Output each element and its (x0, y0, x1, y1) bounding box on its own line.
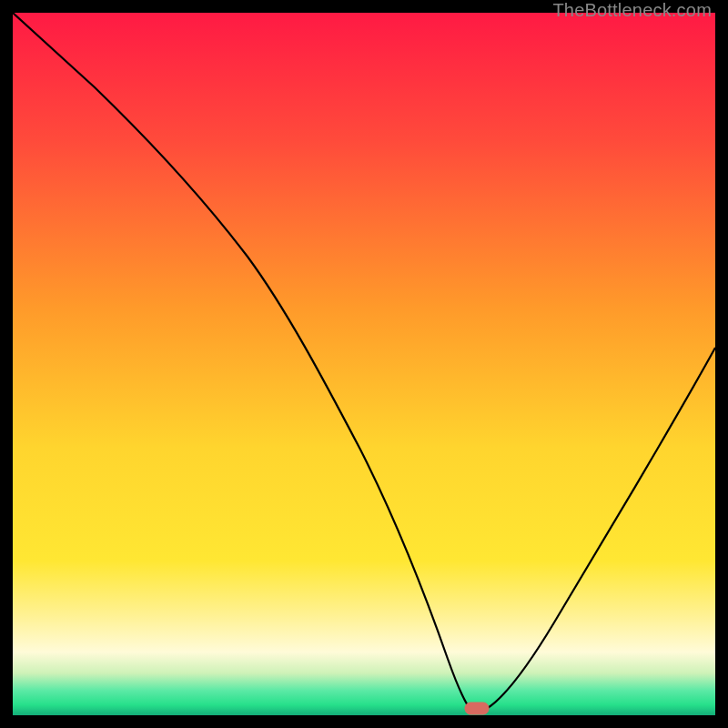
bottleneck-chart (13, 13, 715, 715)
chart-frame (13, 13, 715, 715)
optimal-marker (465, 703, 489, 714)
watermark-text: TheBottleneck.com (552, 0, 712, 21)
gradient-background (13, 13, 715, 715)
